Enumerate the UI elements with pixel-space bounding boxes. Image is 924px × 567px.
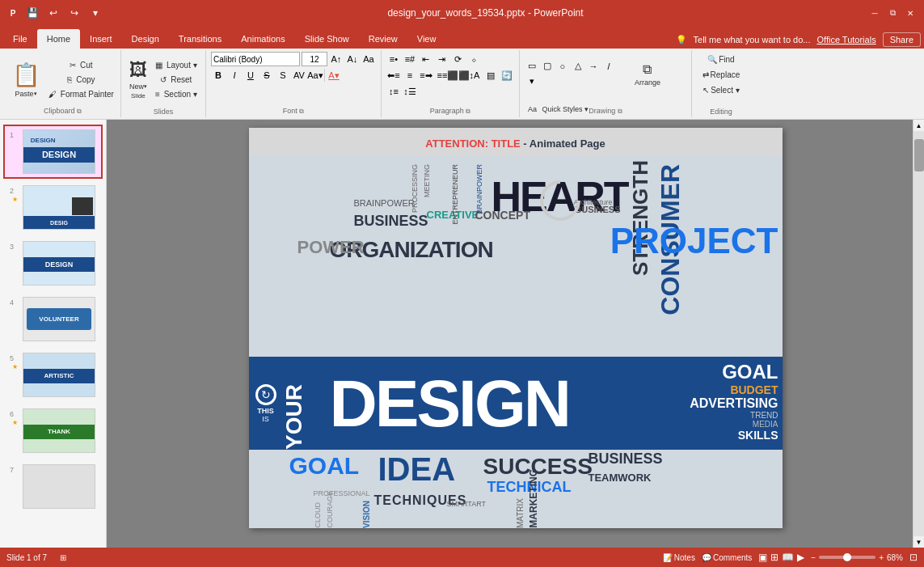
section-button[interactable]: ≡ Section ▾ (152, 87, 200, 102)
word-teamwork: TEAMWORK (589, 472, 652, 484)
tab-view[interactable]: View (407, 29, 446, 49)
slideshow-button[interactable]: ▶ (797, 552, 804, 563)
clipboard-label: Clipboard ⧉ (4, 107, 121, 116)
align-left-button[interactable]: ⬅≡ (386, 68, 401, 83)
share-button[interactable]: Share (883, 32, 921, 47)
comments-button[interactable]: 💬Comments (702, 553, 752, 562)
fit-slide-button[interactable]: ⊡ (909, 552, 918, 563)
numbered-list-button[interactable]: ≡# (403, 52, 417, 66)
italic-button[interactable]: I (227, 68, 242, 83)
clear-formatting-button[interactable]: Aa (361, 52, 376, 66)
slide-thumb-7[interactable]: 7 (3, 459, 103, 514)
tab-review[interactable]: Review (359, 29, 407, 49)
oval-shape[interactable]: ○ (555, 59, 570, 74)
rect-shape[interactable]: ▭ (525, 59, 539, 74)
slide-thumb-4[interactable]: 4 VOLUNTEER (3, 292, 103, 346)
para-spacing-button[interactable]: ↕☰ (403, 84, 417, 99)
tab-file[interactable]: File (3, 29, 37, 49)
drawing-actions: ⧉ Arrange (631, 52, 664, 97)
slide-canvas[interactable]: ATTENTION: TITLE - Animated Page HEART C… (249, 128, 783, 528)
arrange-icon: ⧉ (643, 62, 652, 77)
canvas-area[interactable]: ATTENTION: TITLE - Animated Page HEART C… (107, 120, 924, 548)
minimize-button[interactable]: ─ (867, 7, 882, 19)
copy-button[interactable]: ⎘ Copy (45, 73, 117, 87)
close-button[interactable]: ✕ (903, 7, 918, 19)
tab-insert[interactable]: Insert (80, 29, 122, 49)
text-direction-button[interactable]: ↕A (467, 68, 482, 83)
font-row2: B I U S S AV Aa▾ A▾ (211, 68, 341, 83)
increase-font-button[interactable]: A↑ (329, 52, 344, 66)
scroll-down-button[interactable]: ▼ (913, 536, 925, 548)
tab-transitions[interactable]: Transitions (169, 29, 231, 49)
font-color-button[interactable]: A▾ (327, 68, 341, 83)
convert-smartart-button[interactable]: ⬦ (467, 52, 482, 66)
customize-qat-button[interactable]: ▾ (87, 5, 103, 21)
zoom-slider[interactable] (819, 556, 875, 559)
align-right-button[interactable]: ≡➡ (419, 68, 433, 83)
triangle-shape[interactable]: △ (571, 59, 585, 74)
tab-animations[interactable]: Animations (231, 29, 294, 49)
align-center-button[interactable]: ≡ (403, 68, 417, 83)
font-name-input[interactable] (211, 52, 300, 66)
zoom-slider-thumb[interactable] (843, 553, 851, 561)
layout-button[interactable]: ▦ Layout ▾ (152, 58, 200, 73)
scroll-track[interactable] (913, 131, 925, 536)
strikethrough-button[interactable]: S (259, 68, 274, 83)
change-case-button[interactable]: Aa▾ (308, 68, 323, 83)
redo-button[interactable]: ↪ (66, 5, 82, 21)
normal-view-button[interactable]: ▣ (758, 552, 767, 563)
decrease-font-button[interactable]: A↓ (345, 52, 360, 66)
reset-button[interactable]: ↺ Reset (152, 73, 200, 87)
replace-button[interactable]: ⇄ Replace (697, 67, 745, 82)
save-button[interactable]: 💾 (24, 5, 40, 21)
office-tutorials-link[interactable]: Office Tutorials (816, 35, 875, 44)
undo-button[interactable]: ↩ (45, 5, 61, 21)
decrease-indent-button[interactable]: ⇤ (419, 52, 433, 66)
slide-thumb-1[interactable]: 1 DESIGN DESIGN (3, 125, 103, 179)
tab-design[interactable]: Design (122, 29, 169, 49)
font-size-input[interactable] (302, 52, 327, 66)
slide-thumb-6[interactable]: 6 ★ THANK (3, 404, 103, 458)
smart-art-button[interactable]: ⟳ (451, 52, 466, 66)
columns-button[interactable]: ⬛⬛ (451, 68, 466, 83)
slide-thumb-5[interactable]: 5 ★ ARTISTIC (3, 348, 103, 402)
line-spacing-button[interactable]: ↕≡ (386, 84, 401, 99)
rounded-rect-shape[interactable]: ▢ (540, 59, 555, 74)
select-button[interactable]: ↖ Select ▾ (697, 83, 745, 97)
new-slide-button[interactable]: 🖼 New ▾ Slide (126, 57, 150, 103)
arrow-shape[interactable]: → (586, 59, 601, 74)
vertical-scrollbar[interactable]: ▲ ▼ (913, 120, 924, 548)
reading-view-button[interactable]: 📖 (782, 552, 794, 563)
status-bar-left: Slide 1 of 7 ⊞ (6, 553, 66, 562)
more-shapes[interactable]: ▾ (525, 74, 539, 89)
scroll-up-button[interactable]: ▲ (913, 120, 925, 131)
word-smart: SMARTART (447, 500, 487, 508)
font-spacing-button[interactable]: AV (292, 68, 306, 83)
zoom-out-button[interactable]: − (811, 553, 816, 562)
shadow-button[interactable]: S (276, 68, 290, 83)
find-button[interactable]: 🔍 Find (697, 52, 745, 66)
tab-slideshow[interactable]: Slide Show (295, 29, 359, 49)
format-painter-button[interactable]: 🖌 Format Painter (45, 87, 117, 102)
scroll-thumb[interactable] (914, 139, 924, 171)
arrange-label: Arrange (635, 78, 660, 87)
zoom-bar: − + 68% (811, 553, 903, 562)
underline-button[interactable]: U (243, 68, 258, 83)
arrange-button[interactable]: ⧉ Arrange (631, 52, 664, 97)
tab-home[interactable]: Home (37, 29, 80, 49)
slide-thumb-2[interactable]: 2 ★ DESIG (3, 180, 103, 235)
smartart2-button[interactable]: 🔄 (500, 68, 514, 83)
line-shape[interactable]: / (601, 59, 616, 74)
bullet-list-button[interactable]: ≡• (386, 52, 401, 66)
bold-button[interactable]: B (211, 68, 226, 83)
shapes-palette: ▭ ▢ ○ △ → / ▾ (525, 59, 630, 91)
zoom-in-button[interactable]: + (879, 553, 884, 562)
slide-thumb-3[interactable]: 3 DESIGN (3, 236, 103, 290)
align-text-button[interactable]: ▤ (483, 68, 498, 83)
notes-button[interactable]: 📝Notes (663, 553, 695, 562)
slide-sorter-button[interactable]: ⊞ (770, 552, 778, 563)
paste-button[interactable]: 📋 Paste ▾ (8, 57, 44, 103)
increase-indent-button[interactable]: ⇥ (435, 52, 449, 66)
cut-button[interactable]: ✂ Cut (45, 58, 117, 73)
restore-button[interactable]: ⧉ (885, 7, 900, 19)
